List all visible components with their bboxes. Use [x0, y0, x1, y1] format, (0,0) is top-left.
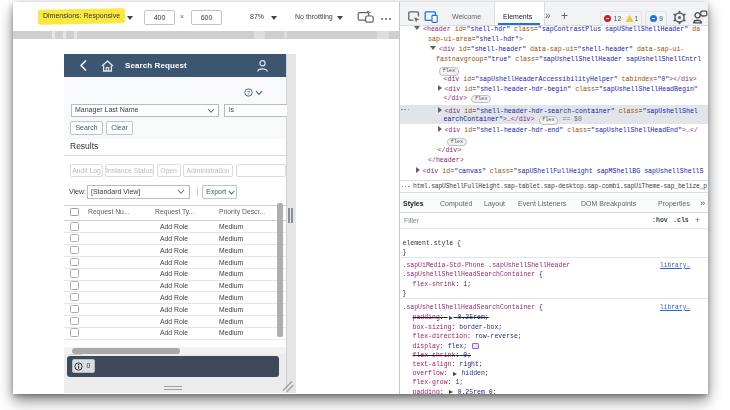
- svg-text:?: ?: [246, 90, 249, 96]
